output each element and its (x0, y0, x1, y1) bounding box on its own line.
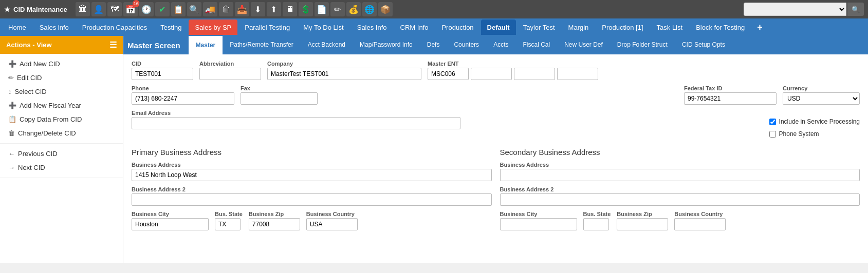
fax-input[interactable] (241, 92, 318, 105)
upload-icon[interactable]: ⬆ (267, 2, 281, 16)
tab-sales-by-sp[interactable]: Sales by SP (189, 20, 237, 35)
form-row-1: CID Abbreviation Company Master ENT (132, 61, 860, 80)
tab-parallel-testing[interactable]: Parallel Testing (238, 20, 296, 35)
primary-state-input[interactable] (215, 218, 241, 230)
tab-taylor-test[interactable]: Taylor Test (517, 20, 561, 35)
search-select[interactable] (744, 3, 846, 16)
phone-system-checkbox[interactable] (769, 131, 776, 138)
sidebar-item-edit-cid[interactable]: ✏ Edit CID (0, 71, 123, 85)
primary-business-address2-field: Business Address 2 (132, 186, 492, 206)
dollar-sign-icon[interactable]: 💲 (299, 2, 313, 16)
sidebar-item-next-cid[interactable]: → Next CID (0, 161, 123, 174)
master-tab-cid-setup[interactable]: CID Setup Opts (675, 36, 732, 54)
master-tab-paths[interactable]: Paths/Remote Transfer (223, 36, 300, 54)
master-tab-map-password[interactable]: Map/Password Info (353, 36, 420, 54)
primary-city-input[interactable] (132, 218, 209, 230)
tab-sales-info[interactable]: Sales info (33, 20, 75, 35)
sidebar-item-previous-cid[interactable]: ← Previous CID (0, 147, 123, 161)
person-icon[interactable]: 👤 (91, 2, 106, 16)
secondary-business-address-input[interactable] (500, 169, 860, 181)
master-tab-master[interactable]: Master (189, 36, 223, 54)
tab-task-list[interactable]: Task List (651, 20, 689, 35)
sidebar-navigation-section: ← Previous CID → Next CID (0, 144, 123, 178)
master-tab-fiscal-cal[interactable]: Fiscal Cal (515, 36, 557, 54)
cid-label: CID (132, 61, 193, 67)
sidebar-item-change-delete[interactable]: 🗑 Change/Delete CID (0, 126, 123, 140)
phone-system-checkbox-row: Phone System (769, 130, 860, 138)
sidebar-item-copy-data[interactable]: 📋 Copy Data From CID (0, 112, 123, 126)
phone-input[interactable] (132, 92, 234, 105)
secondary-state-input[interactable] (583, 218, 609, 230)
tab-testing[interactable]: Testing (154, 20, 188, 35)
address-sections: Primary Business Address Business Addres… (132, 146, 860, 236)
master-tab-accts[interactable]: Accts (486, 36, 515, 54)
tab-production-1[interactable]: Production [1] (596, 20, 649, 35)
tab-my-to-do-list[interactable]: My To Do List (297, 20, 350, 35)
primary-city-field: Business City (132, 211, 209, 230)
secondary-city-input[interactable] (500, 218, 577, 230)
tab-production[interactable]: Production (435, 20, 479, 35)
search-zoom-icon[interactable]: 🔍 (187, 2, 201, 16)
secondary-country-input[interactable] (674, 218, 726, 230)
master-tab-drop-folder[interactable]: Drop Folder Struct (610, 36, 675, 54)
master-tab-counters[interactable]: Counters (447, 36, 486, 54)
secondary-business-address2-input[interactable] (500, 193, 860, 206)
building-icon[interactable]: 🏛 (76, 2, 90, 16)
checkboxes-area: Include in Service Processing Phone Syst… (769, 110, 860, 141)
primary-country-field: Business Country (306, 211, 358, 230)
inbox-icon[interactable]: 📥 (235, 2, 249, 16)
master-ent-input[interactable] (428, 68, 469, 80)
include-service-checkbox[interactable] (769, 119, 776, 125)
secondary-zip-input[interactable] (617, 218, 668, 230)
tab-production-capacities[interactable]: Production Capacities (76, 20, 153, 35)
secondary-address-section: Secondary Business Address Business Addr… (500, 146, 860, 236)
tab-crm-info[interactable]: CRM Info (394, 20, 435, 35)
search-button[interactable]: 🔍 (847, 3, 864, 16)
email-input[interactable] (132, 117, 460, 129)
check-icon[interactable]: ✔ (155, 2, 170, 16)
sidebar-item-select-cid[interactable]: ↕ Select CID (0, 85, 123, 99)
tab-block-for-testing[interactable]: Block for Testing (690, 20, 751, 35)
master-ent4-input[interactable] (557, 68, 598, 80)
master-tab-defs[interactable]: Defs (420, 36, 447, 54)
fax-label: Fax (241, 85, 318, 91)
sidebar-edit-cid-label: Edit CID (17, 74, 42, 82)
map-icon[interactable]: 🗺 (107, 2, 122, 16)
abbreviation-input[interactable] (199, 68, 261, 80)
master-tab-new-user-def[interactable]: New User Def (557, 36, 610, 54)
master-ent2-input[interactable] (471, 68, 512, 80)
primary-business-address-input[interactable] (132, 169, 492, 181)
master-tab-acct-backend[interactable]: Acct Backend (301, 36, 353, 54)
download-icon[interactable]: ⬇ (251, 2, 265, 16)
tab-add[interactable]: + (752, 20, 768, 35)
currency-select[interactable]: USD EUR GBP CAD (783, 92, 860, 105)
federal-tax-id-input[interactable] (684, 92, 777, 105)
tab-margin[interactable]: Margin (562, 20, 595, 35)
company-input[interactable] (267, 68, 421, 80)
tab-default[interactable]: Default (481, 20, 516, 35)
edit-icon: ✏ (8, 74, 14, 82)
primary-business-address2-input[interactable] (132, 193, 492, 206)
cid-input[interactable] (132, 68, 193, 80)
master-ent3-input[interactable] (514, 68, 555, 80)
sidebar-item-add-new-cid[interactable]: ➕ Add New CID (0, 57, 123, 71)
primary-zip-input[interactable] (249, 218, 300, 230)
calendar-badge-icon[interactable]: 📅 16 (123, 2, 138, 16)
globe-icon[interactable]: 🌐 (362, 2, 377, 16)
phone-field-group: Phone (132, 85, 234, 105)
primary-country-input[interactable] (306, 218, 358, 230)
sidebar-item-add-fiscal-year[interactable]: ➕ Add New Fiscal Year (0, 99, 123, 112)
monitor-icon[interactable]: 🖥 (283, 2, 297, 16)
money-icon[interactable]: 💰 (346, 2, 361, 16)
document-icon[interactable]: 📄 (315, 2, 329, 16)
pencil-top-icon[interactable]: ✏ (330, 2, 345, 16)
trash-icon[interactable]: 🗑 (219, 2, 233, 16)
truck-icon[interactable]: 🚚 (203, 2, 217, 16)
tab-sales-info-2[interactable]: Sales Info (351, 20, 393, 35)
clock-icon[interactable]: 🕐 (139, 2, 154, 16)
currency-label: Currency (783, 85, 860, 91)
tab-home[interactable]: Home (2, 20, 32, 35)
box-icon[interactable]: 📦 (378, 2, 393, 16)
sidebar-menu-icon[interactable]: ☰ (109, 40, 117, 50)
stack-icon[interactable]: 📋 (171, 2, 186, 16)
